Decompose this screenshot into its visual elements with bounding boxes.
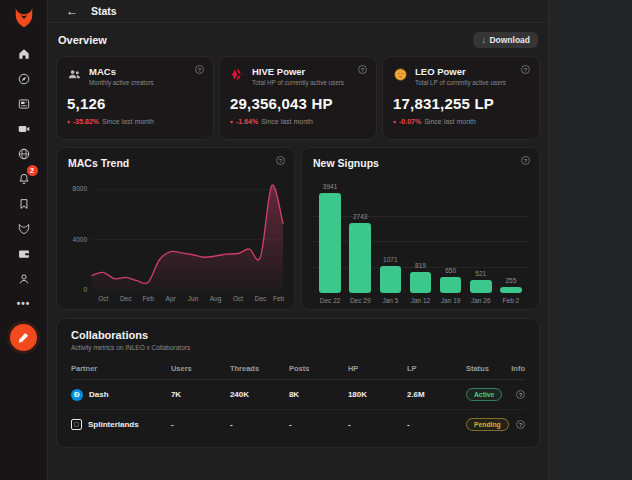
inleo-stats-app: 2 ••• ← Stats Overview (0, 0, 632, 480)
leo-outline-icon[interactable] (11, 216, 37, 241)
help-icon[interactable]: ? (521, 65, 530, 74)
stat-change-note: Since last month (261, 118, 313, 125)
bar-date-label: Dec 29 (345, 297, 375, 304)
download-button[interactable]: ↓ Download (473, 32, 538, 48)
signups-bar-chart: 394127431071819650521255 Dec 22Dec 29Jan… (313, 177, 528, 304)
hive-logo-icon (230, 67, 245, 82)
col-hp: HP (348, 360, 407, 380)
collaborations-table: Partner Users Threads Posts HP LP Status… (71, 360, 525, 439)
overview-header: Overview ↓ Download (56, 30, 540, 56)
partner-name: Dash (89, 390, 109, 399)
table-row-splinterlands[interactable]: Splinterlands - - - - - Pending ? (71, 410, 525, 440)
threads-news-icon[interactable] (11, 91, 37, 116)
col-status: Status (466, 360, 507, 380)
bar[interactable] (440, 277, 462, 293)
main-content: ← Stats Overview ↓ Download (48, 0, 549, 480)
stat-value: 5,126 (67, 95, 203, 112)
inleo-logo-icon[interactable] (13, 7, 35, 27)
bar[interactable] (470, 280, 492, 293)
cell-posts: 8K (289, 380, 348, 410)
download-arrow-icon: ↓ (481, 36, 485, 45)
info-icon[interactable]: ? (516, 420, 525, 429)
bar[interactable] (380, 266, 402, 293)
back-arrow-icon[interactable]: ← (66, 5, 78, 17)
stat-change-value: -35.82% (73, 118, 99, 125)
cell-lp: - (407, 410, 466, 440)
x-tick-label: Dec (255, 295, 267, 302)
stat-change-value: -0.07% (399, 118, 421, 125)
col-users: Users (171, 360, 230, 380)
partner-name: Splinterlands (88, 420, 139, 429)
macs-trend-line-chart (92, 178, 283, 290)
macs-trend-chart-card: MACs Trend ? 040008000 (56, 147, 295, 310)
notification-badge: 2 (27, 165, 38, 176)
trend-plot-area (92, 178, 283, 290)
bar[interactable] (500, 287, 522, 293)
cell-hp: - (348, 410, 407, 440)
x-tick-label: Apr (166, 295, 176, 302)
bar-column: 255 (496, 277, 526, 293)
bar-column: 819 (405, 262, 435, 293)
home-icon[interactable] (11, 41, 37, 66)
stat-title: HIVE Power (252, 66, 344, 77)
bookmarks-icon[interactable] (11, 191, 37, 216)
stat-cards-row: MACs Monthly active creators ? 5,126 ▾ -… (56, 56, 540, 140)
stat-value: 17,831,255 LP (393, 95, 529, 112)
bar-value-label: 255 (505, 277, 516, 284)
x-tick-label: Oct (98, 295, 108, 302)
more-options-icon[interactable]: ••• (11, 291, 37, 316)
down-triangle-icon: ▾ (393, 119, 396, 125)
help-icon[interactable]: ? (195, 65, 204, 74)
y-tick-label: 4000 (73, 236, 87, 243)
chart-title: New Signups (313, 157, 528, 169)
down-triangle-icon: ▾ (230, 119, 233, 125)
bar[interactable] (349, 223, 371, 293)
table-row-dash[interactable]: ĐDash 7K 240K 8K 180K 2.6M Active ? (71, 380, 525, 410)
x-tick-label: Dec (120, 295, 132, 302)
info-icon[interactable]: ? (516, 390, 525, 399)
stat-card-leo-power: LEO Power Total LP of currently active u… (382, 56, 540, 140)
page-title: Stats (91, 5, 117, 17)
bar-column: 2743 (345, 213, 375, 293)
dash-logo-icon: Đ (71, 389, 83, 401)
bar-column: 650 (436, 267, 466, 293)
bar-date-label: Feb 2 (496, 297, 526, 304)
stat-card-macs: MACs Monthly active creators ? 5,126 ▾ -… (56, 56, 214, 140)
explore-compass-icon[interactable] (11, 66, 37, 91)
profile-icon[interactable] (11, 266, 37, 291)
bar-value-label: 819 (415, 262, 426, 269)
collaborations-title: Collaborations (71, 329, 525, 341)
bar-value-label: 1071 (383, 256, 397, 263)
cell-users: - (171, 410, 230, 440)
help-icon[interactable]: ? (276, 156, 285, 165)
stat-change-note: Since last month (102, 118, 154, 125)
collaborations-card: Collaborations Activity metrics on INLEO… (56, 318, 540, 448)
x-tick-label: Feb (273, 295, 284, 302)
wallet-icon[interactable] (11, 241, 37, 266)
compose-button[interactable] (10, 324, 37, 351)
splinterlands-logo-icon (71, 419, 82, 430)
bar-date-label: Jan 26 (466, 297, 496, 304)
bar-date-label: Jan 5 (375, 297, 405, 304)
cell-lp: 2.6M (407, 380, 466, 410)
video-icon[interactable] (11, 116, 37, 141)
page-header: ← Stats (48, 0, 548, 23)
col-lp: LP (407, 360, 466, 380)
bar[interactable] (410, 272, 432, 293)
bar-column: 521 (466, 270, 496, 293)
stat-subtitle: Monthly active creators (89, 79, 154, 86)
notifications-bell-icon[interactable]: 2 (11, 166, 37, 191)
bar-value-label: 650 (445, 267, 456, 274)
stats-content: Overview ↓ Download MACs Monthly acti (48, 23, 548, 448)
download-label: Download (489, 35, 530, 45)
bar-date-label: Dec 22 (315, 297, 345, 304)
help-icon[interactable]: ? (521, 156, 530, 165)
table-header-row: Partner Users Threads Posts HP LP Status… (71, 360, 525, 380)
col-threads: Threads (230, 360, 289, 380)
stat-title: LEO Power (415, 66, 506, 77)
help-icon[interactable]: ? (358, 65, 367, 74)
bar-value-label: 3941 (323, 183, 337, 190)
x-tick-label: Oct (233, 295, 243, 302)
bar[interactable] (319, 193, 341, 293)
globe-communities-icon[interactable] (11, 141, 37, 166)
